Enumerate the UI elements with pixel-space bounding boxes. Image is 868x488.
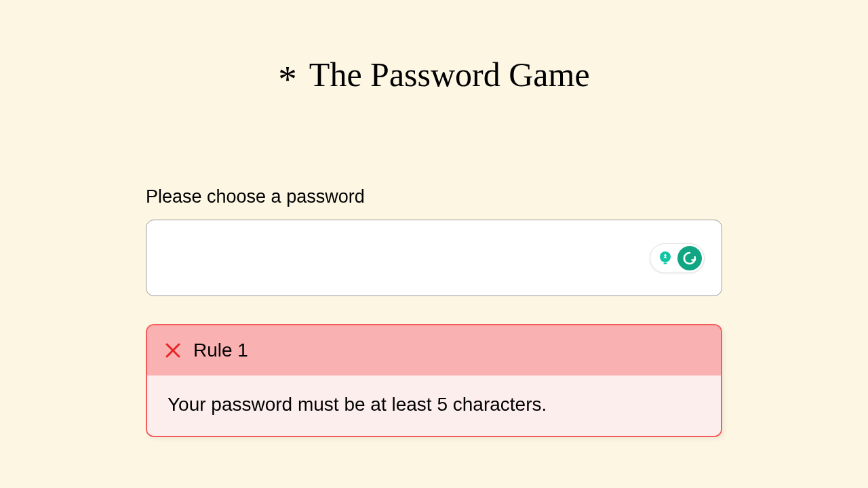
grammarly-icon bbox=[677, 246, 702, 270]
grammarly-widget[interactable] bbox=[650, 243, 705, 273]
rule-title: Rule 1 bbox=[193, 340, 248, 361]
password-input[interactable] bbox=[146, 220, 722, 296]
content-area: Please choose a password bbox=[146, 186, 722, 437]
input-wrapper bbox=[146, 220, 722, 296]
rule-body: Your password must be at least 5 charact… bbox=[147, 375, 721, 436]
svg-rect-1 bbox=[664, 262, 667, 264]
rule-message: Your password must be at least 5 charact… bbox=[167, 394, 701, 415]
title-text: The Password Game bbox=[309, 55, 590, 94]
password-prompt: Please choose a password bbox=[146, 186, 722, 207]
lightbulb-icon bbox=[656, 249, 675, 268]
asterisk-icon: * bbox=[278, 58, 297, 100]
page-container: * The Password Game Please choose a pass… bbox=[0, 0, 868, 437]
rule-header: Rule 1 bbox=[147, 325, 721, 375]
page-title: * The Password Game bbox=[278, 53, 589, 96]
x-icon bbox=[165, 342, 181, 359]
rule-card: Rule 1 Your password must be at least 5 … bbox=[146, 324, 722, 437]
